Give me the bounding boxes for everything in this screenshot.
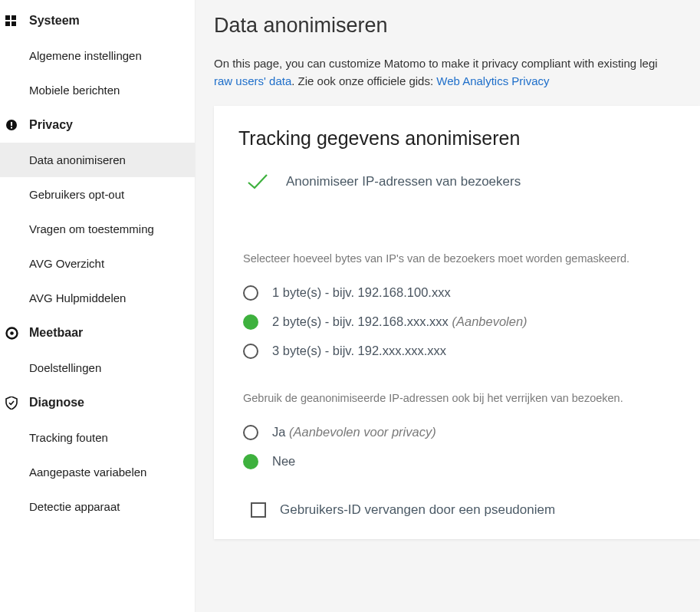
radio-3-byte[interactable]: 3 byte(s) - bijv. 192.xxx.xxx.xxx [243,337,675,366]
svg-rect-0 [5,15,10,20]
nav-section-label: Privacy [29,118,73,132]
radio-label: 3 byte(s) - bijv. 192.xxx.xxx.xxx [272,344,446,358]
ip-anonymize-label: Anonimiseer IP-adressen van bezoekers [286,174,521,189]
nav-item-mobiele-berichten[interactable]: Mobiele berichten [0,73,195,107]
check-icon [246,173,269,191]
nav-section-meetbaar[interactable]: Meetbaar [0,315,195,350]
nav-section-label: Diagnose [29,396,84,410]
svg-rect-6 [11,127,12,129]
page-title: Data anonimiseren [214,14,700,38]
nav-section-label: Systeem [29,14,80,28]
measurable-icon [5,327,18,340]
nav-item-detectie-apparaat[interactable]: Detectie apparaat [0,489,195,524]
checkbox-icon [251,502,266,518]
nav-section-systeem[interactable]: Systeem [0,3,195,38]
nav-item-tracking-fouten[interactable]: Tracking fouten [0,420,195,455]
userid-pseudonym-label: Gebruikers-ID vervangen door een pseudon… [280,502,555,518]
nav-item-gebruikers-opt-out[interactable]: Gebruikers opt-out [0,177,195,212]
radio-2-byte[interactable]: 2 byte(s) - bijv. 192.168.xxx.xxx (Aanbe… [243,308,675,337]
svg-rect-2 [5,21,10,26]
radio-label: 1 byte(s) - bijv. 192.168.100.xxx [272,285,451,300]
radio-icon [243,285,258,301]
radio-label: Ja (Aanbevolen voor privacy) [272,425,436,439]
ip-anonymize-toggle[interactable]: Anonimiseer IP-adressen van bezoekers [238,173,675,191]
sidebar: Systeem Algemene instellingen Mobiele be… [0,0,196,612]
nav-item-avg-hulpmiddelen[interactable]: AVG Hulpmiddelen [0,281,195,315]
bytes-mask-radio-group: 1 byte(s) - bijv. 192.168.100.xxx 2 byte… [238,278,675,366]
desc-text-mid: . Zie ook onze officiele gids: [291,74,436,87]
enrich-label: Gebruik de geanonimiseerde IP-adressen o… [238,392,675,404]
nav-item-aangepaste-variabelen[interactable]: Aangepaste variabelen [0,455,195,489]
radio-icon [243,425,258,440]
radio-label: Nee [272,454,295,469]
radio-1-byte[interactable]: 1 byte(s) - bijv. 192.168.100.xxx [243,278,675,308]
nav-section-label: Meetbaar [29,326,83,340]
main-content: Data anonimiseren On this page, you can … [196,0,700,612]
userid-pseudonym-checkbox[interactable]: Gebruikers-ID vervangen door een pseudon… [238,502,675,518]
radio-icon [243,314,258,330]
enrich-radio-group: Ja (Aanbevolen voor privacy) Nee [238,418,675,476]
radio-icon [243,454,258,469]
nav-section-diagnose[interactable]: Diagnose [0,385,195,420]
page-description: On this page, you can customize Matomo t… [214,54,700,90]
radio-enrich-ja[interactable]: Ja (Aanbevolen voor privacy) [243,418,675,447]
privacy-icon [5,119,18,131]
desc-text-pre: On this page, you can customize Matomo t… [214,57,658,70]
svg-rect-1 [12,15,16,20]
nav-item-doelstellingen[interactable]: Doelstellingen [0,350,195,385]
nav-item-data-anonimiseren[interactable]: Data anonimiseren [0,143,195,177]
radio-icon [243,344,258,359]
raw-users-data-link[interactable]: raw users' data [214,74,291,87]
radio-label: 2 byte(s) - bijv. 192.168.xxx.xxx (Aanbe… [272,314,527,329]
svg-rect-3 [12,21,16,26]
nav-item-algemene-instellingen[interactable]: Algemene instellingen [0,38,195,73]
web-analytics-privacy-link[interactable]: Web Analytics Privacy [436,74,549,87]
diagnose-icon [5,396,18,410]
nav-item-vragen-om-toestemming[interactable]: Vragen om toestemming [0,212,195,246]
system-icon [5,15,18,27]
nav-section-privacy[interactable]: Privacy [0,107,195,143]
bytes-mask-label: Selecteer hoeveel bytes van IP's van de … [238,252,675,265]
svg-point-8 [10,331,14,335]
settings-card: Tracking gegevens anonimiseren Anonimise… [214,106,700,539]
svg-rect-5 [11,122,12,126]
nav-item-avg-overzicht[interactable]: AVG Overzicht [0,246,195,281]
card-title: Tracking gegevens anonimiseren [238,127,675,150]
radio-enrich-nee[interactable]: Nee [243,447,675,476]
